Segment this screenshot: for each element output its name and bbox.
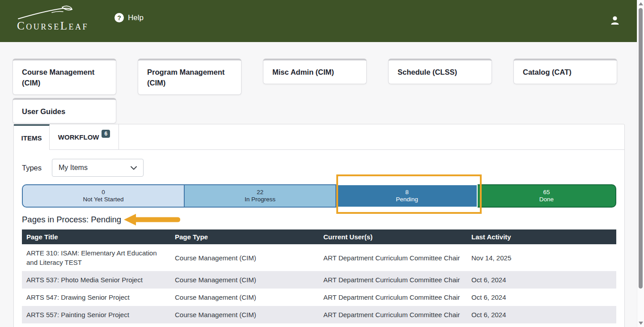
nav-card-label: Catalog (CAT) [523, 68, 572, 76]
pages-table: Page Title Page Type Current User(s) Las… [22, 229, 616, 327]
types-select[interactable]: My Items [52, 159, 144, 177]
table-row[interactable]: ARTS 557: Painting Senior Project Course… [22, 306, 616, 323]
tab-items[interactable]: ITEMS [14, 124, 50, 150]
segment-count: 22 [257, 189, 263, 196]
nav-card-program-management[interactable]: Program Management (CIM) [138, 59, 242, 95]
cell-page-type: Course Management (CIM) [175, 311, 323, 319]
column-header-page-title: Page Title [26, 233, 175, 241]
cell-current-users: ART Department Curriculum Committee Chai… [323, 276, 471, 284]
table-row[interactable]: ARTE 310: ISAM: Elementary Art Education… [22, 244, 616, 271]
cell-current-users: ART Department Curriculum Committee Chai… [323, 254, 471, 262]
items-tab-content: Types My Items 0 Not Yet Started 22 In P… [14, 150, 624, 327]
nav-card-schedule[interactable]: Schedule (CLSS) [388, 59, 492, 84]
column-header-last-activity: Last Activity [471, 233, 616, 241]
scroll-up-arrow-icon[interactable] [639, 2, 643, 5]
segment-label: In Progress [245, 196, 275, 203]
segment-label: Done [539, 196, 554, 203]
status-segment-done[interactable]: 65 Done [478, 184, 616, 208]
brand-wordmark: CourseLeaf [17, 20, 89, 32]
app-header: CourseLeaf ? Help [0, 0, 637, 42]
cell-last-activity: Oct 6, 2024 [471, 276, 616, 284]
cell-page-title: ARTE 310: ISAM: Elementary Art Education… [26, 244, 175, 271]
nav-card-user-guides[interactable]: User Guides [13, 98, 116, 123]
table-row[interactable]: ARTS 537: Photo Media Senior Project Cou… [22, 271, 616, 289]
tab-bar: ITEMS WORKFLOW 6 [14, 124, 624, 150]
types-label: Types [22, 164, 42, 172]
cell-last-activity: Oct 6, 2024 [471, 293, 616, 301]
status-segment-not-yet-started[interactable]: 0 Not Yet Started [22, 184, 185, 208]
cell-page-title: ARTS 547: Drawing Senior Project [26, 289, 175, 306]
cell-page-type: Course Management (CIM) [175, 276, 323, 284]
tab-workflow[interactable]: WORKFLOW 6 [50, 124, 119, 149]
chevron-down-icon [131, 164, 137, 172]
tab-workflow-label: WORKFLOW [58, 133, 99, 141]
segment-count: 65 [543, 189, 550, 196]
cell-current-users: ART Department Curriculum Committee Chai… [323, 311, 471, 319]
nav-card-label: User Guides [22, 107, 65, 115]
cell-current-users: ART Department Curriculum Committee Chai… [323, 293, 471, 301]
segment-label: Not Yet Started [83, 196, 124, 203]
nav-card-misc-admin[interactable]: Misc Admin (CIM) [263, 59, 367, 84]
cell-page-title: ARTS 557: Painting Senior Project [26, 306, 175, 323]
module-nav: Course Management (CIM) Program Manageme… [13, 59, 621, 123]
cell-page-title: ARTS 567: Printmaking Senior Project [26, 323, 175, 327]
cell-page-type: Course Management (CIM) [175, 293, 323, 301]
segment-label: Pending [396, 196, 418, 203]
scroll-down-arrow-icon[interactable] [639, 322, 643, 325]
cell-page-title: ARTS 537: Photo Media Senior Project [26, 271, 175, 289]
nav-card-label: Misc Admin (CIM) [272, 68, 334, 76]
nav-card-label: Course Management (CIM) [22, 68, 94, 87]
help-label: Help [128, 13, 144, 22]
types-filter-row: Types My Items [22, 159, 615, 177]
status-segment-pending[interactable]: 8 Pending [336, 184, 478, 208]
user-account-button[interactable] [609, 15, 621, 26]
types-selected-value: My Items [59, 164, 88, 172]
segment-count: 0 [102, 189, 105, 196]
table-row[interactable]: ARTS 567: Printmaking Senior Project Cou… [22, 323, 616, 327]
cell-last-activity: Nov 14, 2025 [471, 254, 616, 262]
pages-in-process-heading: Pages in Process: Pending [22, 215, 615, 225]
table-row[interactable]: ARTS 547: Drawing Senior Project Course … [22, 289, 616, 306]
column-header-page-type: Page Type [175, 233, 323, 241]
nav-card-catalog[interactable]: Catalog (CAT) [513, 59, 617, 84]
courseleaf-logo[interactable]: CourseLeaf [17, 4, 76, 33]
page-scrollbar[interactable] [637, 0, 644, 327]
question-mark-icon: ? [114, 13, 124, 22]
table-header-row: Page Title Page Type Current User(s) Las… [22, 229, 616, 244]
workflow-status-bar: 0 Not Yet Started 22 In Progress 8 Pendi… [22, 184, 616, 208]
status-segment-in-progress[interactable]: 22 In Progress [185, 184, 336, 208]
nav-card-label: Program Management (CIM) [147, 68, 225, 87]
nav-card-course-management[interactable]: Course Management (CIM) [13, 59, 116, 95]
dashboard-panel: ITEMS WORKFLOW 6 Types My Items 0 Not Ye… [13, 124, 625, 327]
scrollbar-thumb[interactable] [639, 8, 643, 289]
workflow-count-badge: 6 [102, 130, 110, 138]
tab-items-label: ITEMS [21, 134, 42, 142]
cell-last-activity: Oct 6, 2024 [471, 311, 616, 319]
nav-card-label: Schedule (CLSS) [398, 68, 457, 76]
help-button[interactable]: ? Help [114, 13, 144, 22]
segment-count: 8 [405, 189, 409, 196]
cell-page-type: Course Management (CIM) [175, 254, 323, 262]
user-icon [609, 20, 621, 28]
column-header-current-users: Current User(s) [323, 233, 471, 241]
